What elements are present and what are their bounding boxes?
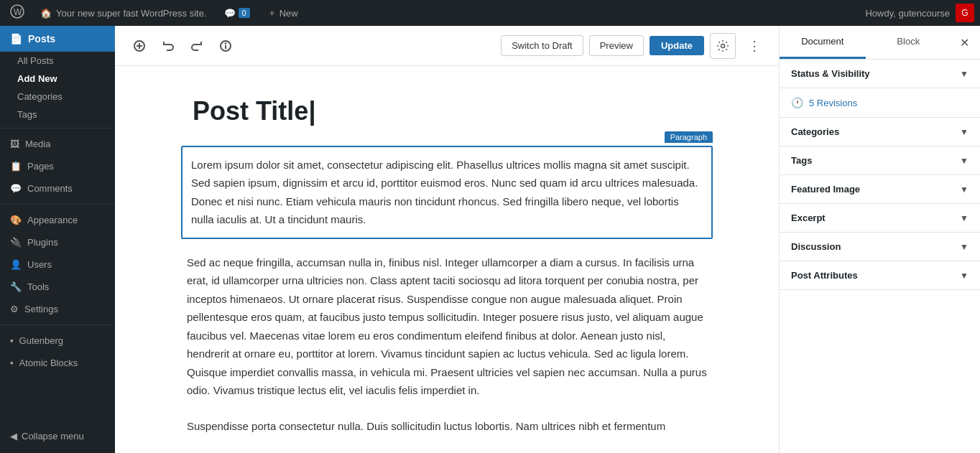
editor-content: Post Title Paragraph Lorem ipsum dolor s… [115, 66, 779, 453]
panel-section-discussion: Discussion ▼ [780, 233, 980, 261]
admin-bar-new[interactable]: ＋ New [262, 6, 304, 19]
right-panel: Document Block ✕ Status & Visibility ▼ 🕐… [779, 26, 980, 453]
sidebar-item-gutenberg[interactable]: ▪ Gutenberg [0, 330, 115, 352]
sidebar-item-add-new[interactable]: Add New [0, 70, 115, 88]
editor-toolbar: Switch to Draft Preview Update ⋮ [115, 26, 779, 66]
paragraph-text-3: Suspendisse porta consectetur nulla. Dui… [181, 414, 713, 439]
panel-section-status-visibility: Status & Visibility ▼ [780, 60, 980, 88]
collapse-menu-button[interactable]: ◀ Collapse menu [0, 425, 115, 447]
sidebar: 📄 Posts All Posts Add New Categories Tag… [0, 26, 115, 453]
sidebar-item-users[interactable]: 👤 Users [0, 253, 115, 276]
clock-icon: 🕐 [791, 97, 803, 108]
sidebar-item-atomic-blocks[interactable]: ▪ Atomic Blocks [0, 352, 115, 374]
update-label: Update [661, 40, 693, 51]
sidebar-item-media[interactable]: 🖼 Media [0, 133, 115, 155]
sidebar-item-tools[interactable]: 🔧 Tools [0, 276, 115, 298]
wp-logo-icon[interactable]: W [6, 4, 29, 22]
paragraph-text-2: Sed ac neque fringilla, accumsan nulla i… [181, 251, 713, 403]
plugins-icon: 🔌 [10, 237, 22, 248]
sidebar-item-label: Comments [27, 183, 73, 194]
panel-section-categories: Categories ▼ [780, 118, 980, 146]
add-block-button[interactable] [126, 33, 152, 59]
home-icon: 🏠 [40, 8, 52, 19]
gutenberg-icon: ▪ [10, 335, 14, 346]
admin-bar-comments[interactable]: 💬 0 [218, 8, 256, 19]
switch-to-draft-button[interactable]: Switch to Draft [501, 35, 583, 56]
chevron-down-icon: ▼ [960, 242, 969, 252]
block-tab-label: Block [897, 36, 920, 47]
post-title[interactable]: Post Title [187, 95, 707, 129]
post-attributes-title: Post Attributes [791, 270, 858, 281]
undo-button[interactable] [155, 33, 181, 59]
post-attributes-header[interactable]: Post Attributes ▼ [780, 261, 980, 289]
avatar[interactable]: G [956, 4, 974, 22]
sidebar-item-appearance[interactable]: 🎨 Appearance [0, 209, 115, 231]
redo-button[interactable] [184, 33, 210, 59]
plus-icon: ＋ [267, 6, 277, 19]
chevron-down-icon: ▼ [960, 69, 969, 79]
sidebar-item-all-posts[interactable]: All Posts [0, 52, 115, 70]
sidebar-item-comments[interactable]: 💬 Comments [0, 177, 115, 200]
admin-bar: W 🏠 Your new super fast WordPress site. … [0, 0, 980, 26]
tab-document[interactable]: Document [780, 26, 866, 59]
sidebar-item-label: Users [27, 259, 52, 270]
admin-bar-right: Howdy, gutencourse G [865, 4, 974, 22]
panel-section-featured-image: Featured Image ▼ [780, 175, 980, 204]
editor-inner: Post Title Paragraph Lorem ipsum dolor s… [167, 95, 727, 438]
more-options-button[interactable]: ⋮ [741, 33, 767, 59]
pages-icon: 📋 [10, 161, 22, 172]
panel-revisions[interactable]: 🕐 5 Revisions [780, 88, 980, 118]
sidebar-item-categories[interactable]: Categories [0, 88, 115, 106]
paragraph-text-1: Lorem ipsum dolor sit amet, consectetur … [191, 156, 703, 229]
svg-point-8 [721, 44, 725, 47]
chevron-down-icon: ▼ [960, 271, 969, 281]
sidebar-item-tags[interactable]: Tags [0, 106, 115, 123]
chevron-down-icon: ▼ [960, 127, 969, 137]
sidebar-item-settings[interactable]: ⚙ Settings [0, 298, 115, 320]
comments-icon: 💬 [10, 183, 22, 194]
sidebar-item-label: Tags [17, 109, 37, 120]
tags-title: Tags [791, 155, 812, 166]
update-button[interactable]: Update [650, 36, 704, 55]
excerpt-title: Excerpt [791, 213, 826, 223]
sidebar-item-label: Appearance [27, 215, 78, 225]
sidebar-item-label: Media [25, 139, 50, 149]
tools-icon: 🔧 [10, 281, 22, 292]
sidebar-item-label: Tools [27, 281, 49, 292]
settings-toggle-button[interactable] [710, 33, 736, 59]
howdy-text: Howdy, gutencourse [865, 8, 950, 19]
media-icon: 🖼 [10, 139, 19, 149]
sidebar-posts-header[interactable]: 📄 Posts [0, 26, 115, 52]
settings-icon: ⚙ [10, 304, 19, 314]
status-visibility-title: Status & Visibility [791, 68, 870, 79]
right-panel-tabs: Document Block ✕ [780, 26, 980, 60]
preview-button[interactable]: Preview [589, 35, 644, 56]
tags-header[interactable]: Tags ▼ [780, 146, 980, 174]
tab-block[interactable]: Block [866, 26, 952, 59]
sidebar-item-pages[interactable]: 📋 Pages [0, 155, 115, 177]
sidebar-posts-label: Posts [28, 33, 55, 45]
info-button[interactable] [213, 33, 239, 59]
discussion-header[interactable]: Discussion ▼ [780, 233, 980, 261]
collapse-icon: ◀ [10, 431, 17, 442]
sidebar-item-label: Add New [17, 73, 57, 84]
sidebar-item-label: Plugins [27, 237, 58, 248]
right-panel-close-button[interactable]: ✕ [951, 29, 977, 55]
paragraph-block-1[interactable]: Paragraph Lorem ipsum dolor sit amet, co… [181, 146, 713, 239]
panel-section-excerpt: Excerpt ▼ [780, 204, 980, 233]
sidebar-bottom: ◀ Collapse menu [0, 419, 115, 453]
avatar-initial: G [961, 8, 968, 18]
status-visibility-header[interactable]: Status & Visibility ▼ [780, 60, 980, 88]
featured-image-header[interactable]: Featured Image ▼ [780, 175, 980, 203]
sidebar-item-label: Gutenberg [19, 335, 63, 346]
excerpt-header[interactable]: Excerpt ▼ [780, 204, 980, 232]
comments-icon: 💬 [224, 8, 236, 19]
sidebar-item-plugins[interactable]: 🔌 Plugins [0, 231, 115, 253]
categories-title: Categories [791, 126, 839, 137]
categories-header[interactable]: Categories ▼ [780, 118, 980, 146]
chevron-down-icon: ▼ [960, 156, 969, 166]
admin-bar-site[interactable]: 🏠 Your new super fast WordPress site. [34, 8, 213, 19]
comments-count: 0 [239, 8, 250, 18]
panel-section-tags: Tags ▼ [780, 146, 980, 175]
sidebar-item-label: Categories [17, 91, 63, 102]
